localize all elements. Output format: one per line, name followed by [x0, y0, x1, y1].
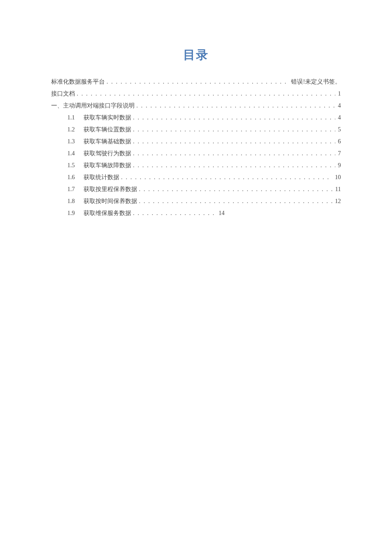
toc-entry-label: 接口文档 — [51, 88, 75, 100]
toc-entry[interactable]: 1.3获取车辆基础数据6 — [51, 136, 341, 148]
toc-leader-dots — [133, 136, 335, 148]
toc-entry-page: 12 — [335, 195, 341, 207]
toc-entry[interactable]: 1.4获取驾驶行为数据7 — [51, 148, 341, 160]
toc-leader-dots — [133, 160, 335, 171]
toc-entry[interactable]: 1.6获取统计数据10 — [51, 171, 341, 183]
toc-entry[interactable]: 接口文档1 — [51, 88, 341, 100]
toc-entry-label: 获取按里程保养数据 — [84, 183, 137, 195]
toc-entry[interactable]: 1.2获取车辆位置数据5 — [51, 124, 341, 136]
toc-entry-number: 1.5 — [67, 160, 81, 171]
toc-leader-dots — [107, 76, 288, 88]
toc-entry[interactable]: 1.9获取维保服务数据14 — [51, 207, 341, 219]
toc-entry-label: 标准化数据服务平台 — [51, 76, 105, 88]
toc-entry-number: 1.9 — [67, 207, 81, 219]
toc-entry-page: 7 — [338, 148, 341, 160]
toc-leader-dots — [77, 88, 335, 100]
toc-entry-label: 获取车辆实时数据 — [84, 112, 131, 124]
toc-entry[interactable]: 1.8获取按时间保养数据12 — [51, 195, 341, 207]
toc-entry-page: 10 — [335, 171, 341, 183]
toc-entry-label: 获取统计数据 — [84, 171, 119, 183]
toc-entry-label: 获取按时间保养数据 — [84, 195, 137, 207]
toc-entry-number: 1.8 — [67, 195, 81, 207]
toc-entry-page: 9 — [338, 160, 341, 171]
toc-entry[interactable]: 标准化数据服务平台错误!未定义书签。 — [51, 76, 341, 88]
toc-leader-dots — [133, 112, 335, 124]
toc-list: 标准化数据服务平台错误!未定义书签。接口文档1一、主动调用对端接口字段说明41.… — [51, 76, 341, 219]
toc-entry-number: 1.7 — [67, 183, 81, 195]
toc-entry-number: 1.1 — [67, 112, 81, 124]
toc-entry-label: 获取车辆基础数据 — [84, 136, 131, 148]
toc-entry-label: 获取维保服务数据 — [84, 207, 131, 219]
toc-entry-label: 获取驾驶行为数据 — [84, 148, 131, 160]
toc-entry[interactable]: 1.1获取车辆实时数据4 — [51, 112, 341, 124]
toc-entry-number: 1.3 — [67, 136, 81, 148]
toc-entry-page: 4 — [338, 112, 341, 124]
toc-entry-page: 错误!未定义书签。 — [291, 76, 341, 88]
toc-leader-dots — [136, 100, 335, 112]
toc-title: 目录 — [51, 47, 341, 63]
toc-entry-page: 4 — [338, 100, 341, 112]
toc-entry-label: 一、主动调用对端接口字段说明 — [51, 100, 135, 112]
toc-entry-number: 1.2 — [67, 124, 81, 136]
toc-entry-page: 14 — [219, 207, 225, 219]
toc-entry-label: 获取车辆位置数据 — [84, 124, 131, 136]
toc-leader-dots — [139, 195, 332, 207]
toc-entry-label: 获取车辆故障数据 — [84, 160, 131, 171]
toc-entry-page: 6 — [338, 136, 341, 148]
toc-leader-dots — [121, 171, 332, 183]
toc-leader-dots — [133, 148, 335, 160]
toc-entry-page: 5 — [338, 124, 341, 136]
toc-entry[interactable]: 1.7获取按里程保养数据11 — [51, 183, 341, 195]
toc-entry-number: 1.6 — [67, 171, 81, 183]
toc-leader-dots — [139, 183, 333, 195]
toc-entry-number: 1.4 — [67, 148, 81, 160]
toc-leader-dots — [133, 207, 216, 219]
toc-entry-page: 1 — [338, 88, 341, 100]
toc-entry-page: 11 — [335, 183, 341, 195]
toc-leader-dots — [133, 124, 335, 136]
toc-entry[interactable]: 一、主动调用对端接口字段说明4 — [51, 100, 341, 112]
toc-entry[interactable]: 1.5获取车辆故障数据9 — [51, 160, 341, 171]
